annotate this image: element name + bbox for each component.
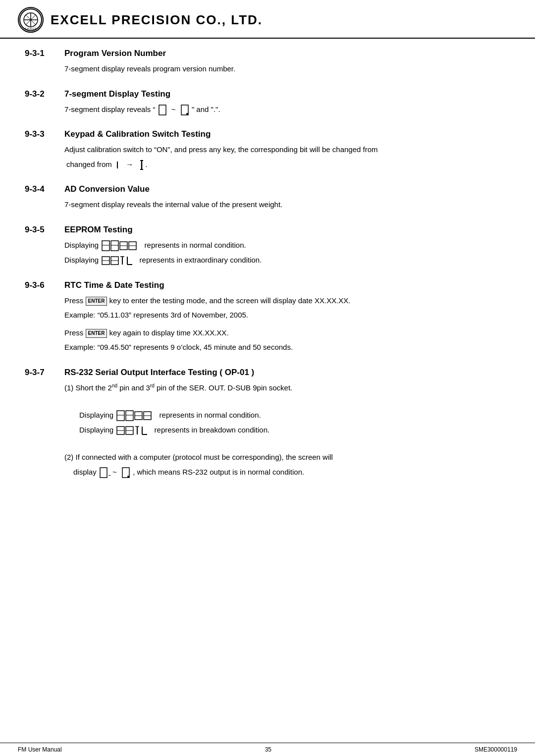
section-9-3-3-body: Adjust calibration switch to “ON”, and p… (64, 143, 510, 156)
svg-rect-32 (126, 411, 133, 421)
section-title-9-3-4: AD Conversion Value (64, 184, 150, 194)
seg-bar-after (139, 160, 144, 170)
section-9-3-6-para2: Example: “05.11.03” represents 3rd of No… (64, 309, 510, 322)
superscript-nd: nd (112, 383, 117, 388)
svg-point-48 (127, 476, 129, 478)
seg-display-9-3-2-box2 (181, 105, 189, 115)
page-content: 9-3-1 Program Version Number 7-segment d… (0, 39, 535, 522)
seg-rs232-display1 (100, 467, 107, 478)
section-9-3-6-para4: Example: “09.45.50” represents 9 o’clock… (64, 341, 510, 354)
section-title-9-3-3: Keypad & Calibration Switch Testing (64, 129, 211, 139)
section-number-9-3-6: 9-3-6 (25, 280, 64, 290)
section-title-9-3-1: Program Version Number (64, 49, 166, 58)
section-title-9-3-6: RTC Time & Date Testing (64, 280, 164, 290)
section-9-3-7: 9-3-7 RS-232 Serial Output Interface Tes… (25, 368, 510, 479)
section-number-9-3-4: 9-3-4 (25, 184, 64, 194)
section-number-9-3-2: 9-3-2 (25, 89, 64, 99)
svg-rect-7 (159, 105, 166, 115)
seg-eeprom-extra (102, 255, 136, 267)
superscript-rd: rd (150, 383, 155, 388)
section-title-9-3-2: 7-segment Display Testing (64, 89, 170, 99)
seg-display-9-3-2-box1 (159, 105, 166, 115)
section-number-9-3-3: 9-3-3 (25, 129, 64, 139)
svg-point-9 (186, 113, 188, 115)
section-title-9-3-5: EEPROM Testing (64, 225, 133, 235)
section-9-3-7-item1: (1) Short the 2nd pin and 3rd pin of the… (64, 381, 510, 394)
page-footer: FM User Manual 35 SME300000119 (0, 743, 535, 756)
svg-rect-16 (111, 241, 118, 251)
section-9-3-1-body: 7-segment display reveals program versio… (64, 62, 510, 75)
footer-left: FM User Manual (18, 746, 62, 753)
enter-key-1: ENTER (86, 297, 107, 306)
section-9-3-7-item2: (2) If connected with a computer (protoc… (64, 451, 510, 464)
section-9-3-5-normal: Displaying represents in normal (64, 239, 510, 252)
page-header: EXCELL® EXCELL PRECISION CO., LTD. (0, 0, 535, 39)
seg-bar-before (115, 160, 120, 170)
section-9-3-6-para1: Press ENTER key to enter the testing mod… (64, 294, 510, 307)
section-9-3-2: 9-3-2 7-segment Display Testing 7-segmen… (25, 89, 510, 116)
section-9-3-7-normal: Displaying represents in normal conditio… (64, 409, 510, 422)
svg-rect-14 (102, 241, 109, 251)
seg-rs232-normal (116, 410, 156, 422)
footer-center: 35 (265, 746, 271, 753)
section-9-3-6-para3: Press ENTER key again to display time XX… (64, 326, 510, 339)
seg-rs232-breakdown (116, 425, 151, 436)
seg-rs232-display2 (122, 467, 130, 478)
section-9-3-4: 9-3-4 AD Conversion Value 7-segment disp… (25, 184, 510, 211)
section-9-3-2-body: 7-segment display reveals “ ~ " and ".". (64, 103, 510, 116)
svg-rect-46 (100, 468, 107, 478)
section-number-9-3-7: 9-3-7 (25, 368, 64, 378)
section-9-3-3: 9-3-3 Keypad & Calibration Switch Testin… (25, 129, 510, 170)
svg-rect-30 (117, 411, 124, 421)
section-9-3-1: 9-3-1 Program Version Number 7-segment d… (25, 49, 510, 75)
section-9-3-4-body: 7-segment display reveals the internal v… (64, 198, 510, 211)
section-number-9-3-5: 9-3-5 (25, 225, 64, 235)
section-9-3-6: 9-3-6 RTC Time & Date Testing Press ENTE… (25, 280, 510, 354)
section-9-3-3-arrow: changed from → . (64, 158, 510, 171)
company-logo: EXCELL® (18, 7, 44, 33)
seg-eeprom-normal (102, 240, 141, 252)
footer-right: SME300000119 (475, 746, 517, 753)
section-9-3-5: 9-3-5 EEPROM Testing Displaying (25, 225, 510, 267)
section-9-3-7-item2b: display ~ , which means RS-232 output is… (64, 466, 510, 479)
section-number-9-3-1: 9-3-1 (25, 49, 64, 58)
section-title-9-3-7: RS-232 Serial Output Interface Testing (… (64, 368, 254, 378)
section-9-3-7-breakdown: Displaying represents in breakdown condi… (64, 424, 510, 436)
section-9-3-5-extraordinary: Displaying represents in extraordinary c (64, 254, 510, 267)
company-name: EXCELL PRECISION CO., LTD. (51, 12, 263, 28)
svg-text:EXCELL®: EXCELL® (25, 27, 37, 30)
enter-key-2: ENTER (86, 329, 107, 338)
